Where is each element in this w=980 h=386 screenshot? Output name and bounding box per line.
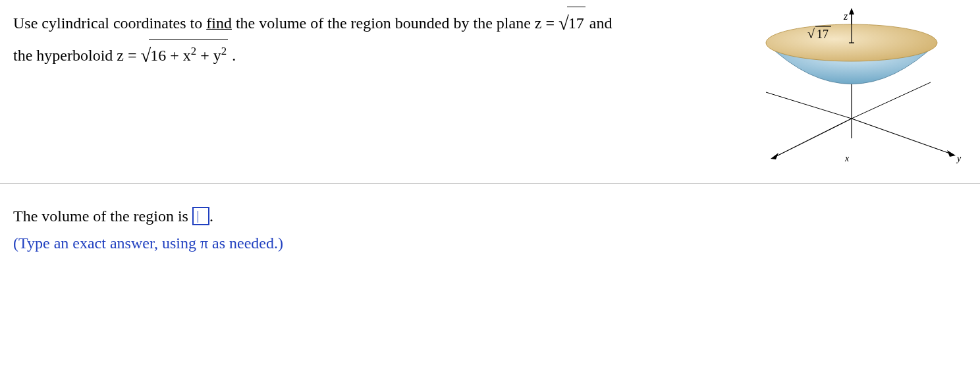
figure-3d: z x y [736,7,967,171]
question-find-word: find [206,14,232,32]
figure-sqrt-surd: √ [807,26,815,41]
question-part2-end: . [228,47,236,64]
x-axis-label: x [844,153,850,163]
answer-prompt-pre: The volume of the region is [13,207,192,225]
y-axis-arrow [947,150,956,157]
radicand-b: + y [196,47,221,64]
radicand-a: 16 + x [150,47,191,64]
question-part1-post: the volume of the region bounded by the … [232,14,558,32]
section-divider [0,183,980,184]
question-part1-end: and [585,14,612,32]
question-part2-pre: the hyperboloid z = [13,47,141,64]
x-axis-back [852,82,931,119]
question-text: Use cylindrical coordinates to find the … [13,7,672,71]
question-part1-pre: Use cylindrical coordinates to [13,14,206,32]
answer-input[interactable] [192,207,209,225]
sqrt-17-radicand: 17 [567,7,585,39]
answer-prompt-post: . [209,207,213,225]
figure-sqrt17-label: 17 [817,28,829,41]
page-root: Use cylindrical coordinates to find the … [0,0,980,386]
x-axis [773,119,852,158]
y-axis [852,119,954,155]
z-axis-label: z [843,11,848,22]
sqrt-hyperboloid: √16 + x2 + y2 [141,39,229,71]
y-axis-label: y [956,153,962,163]
sqrt-17: √17 [558,7,585,39]
y-axis-back [766,92,852,119]
hyperboloid-radicand: 16 + x2 + y2 [149,39,228,71]
answer-area: The volume of the region is . (Type an e… [13,203,672,257]
figure-svg: z x y [736,7,967,178]
answer-hint: (Type an exact answer, using π as needed… [13,230,672,257]
